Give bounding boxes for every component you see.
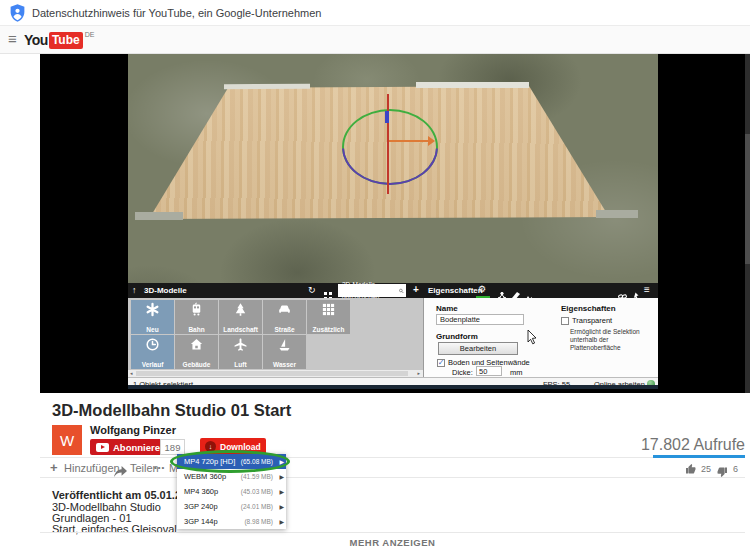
plane-icon — [219, 337, 262, 352]
video-player[interactable]: ↑ 3D-Modelle ↻ 3D-Modelle durchsuchen + … — [40, 54, 745, 393]
sailboat-icon — [263, 337, 306, 352]
download-button[interactable]: ↓ Download — [200, 438, 266, 455]
model-category-tile[interactable]: Straße — [263, 300, 306, 334]
privacy-notice-bar: Datenschutzhinweis für YouTube, ein Goog… — [0, 0, 750, 26]
tile-label: Bahn — [175, 326, 218, 333]
selection-status: 1 Objekt selektiert — [133, 380, 193, 389]
tram-icon — [175, 302, 218, 317]
gizmo-z-handle — [385, 111, 389, 123]
add-to-button[interactable]: Hinzufügen — [64, 462, 120, 474]
house-icon — [175, 337, 218, 352]
video-frame[interactable]: ↑ 3D-Modelle ↻ 3D-Modelle durchsuchen + … — [128, 54, 658, 389]
page-scrollbar[interactable] — [745, 54, 750, 393]
submenu-arrow-icon: ▶ — [279, 458, 284, 465]
clock-icon — [131, 337, 174, 352]
model-category-tile[interactable]: Zusätzlich — [307, 300, 350, 334]
plus-icon[interactable]: + — [50, 460, 58, 475]
transparent-checkbox-row[interactable]: Transparent — [561, 316, 612, 325]
tree-icon — [219, 302, 262, 317]
online-status: Online arbeiten — [594, 380, 645, 389]
thickness-field[interactable] — [476, 366, 502, 376]
grid-icon — [307, 302, 350, 317]
add-tab-button[interactable]: + — [413, 284, 419, 295]
download-icon: ↓ — [205, 441, 216, 452]
download-option[interactable]: 3GP 144p (8.98 MB) ▶ — [177, 514, 286, 529]
model-category-tile[interactable]: Wasser — [263, 335, 306, 369]
tile-label: Straße — [263, 326, 306, 333]
checkbox-unchecked-icon[interactable] — [561, 317, 569, 325]
car-icon — [263, 302, 306, 317]
collapse-panel-icon[interactable]: ↑ — [132, 285, 137, 295]
download-option[interactable]: MP4 360p (45.03 MB) ▶ — [177, 484, 286, 499]
globe-icon — [647, 380, 655, 388]
hamburger-menu-icon[interactable]: ≡ — [8, 30, 17, 47]
app-statusbar: 1 Objekt selektiert FPS: 55 Online arbei… — [128, 377, 658, 389]
youtube-header: ≡ You Tube DE — [0, 26, 750, 54]
youtube-play-icon — [96, 443, 109, 452]
thumbs-down-icon[interactable] — [716, 464, 728, 482]
board-corner-step — [596, 210, 638, 218]
transparent-label: Transparent — [572, 316, 612, 325]
download-option-label: MP4 360p — [184, 487, 218, 496]
board-edge-highlight — [224, 84, 310, 90]
model-category-tile[interactable]: Landschaft — [219, 300, 262, 334]
properties-panel-title: Eigenschaften — [428, 286, 483, 295]
channel-avatar[interactable]: W — [52, 425, 82, 455]
page-scrollbar-thumb[interactable] — [745, 134, 750, 264]
panel-menu-icon[interactable]: ≡ — [644, 284, 650, 295]
tile-label: Verlauf — [131, 361, 174, 368]
model-category-tile[interactable]: Verlauf — [131, 335, 174, 369]
scrollbar-thumb[interactable] — [136, 371, 408, 376]
models-panel-title: 3D-Modelle — [144, 286, 187, 295]
horizontal-scrollbar[interactable]: ◂ ▸ — [128, 370, 423, 377]
download-option-label: 3GP 144p — [184, 517, 218, 526]
refresh-icon[interactable]: ↻ — [308, 285, 316, 295]
youtube-page: Datenschutzhinweis für YouTube, ein Goog… — [0, 0, 750, 552]
model-category-tile[interactable]: Luft — [219, 335, 262, 369]
tile-label: Wasser — [263, 361, 306, 368]
download-button-label: Download — [220, 442, 261, 452]
gizmo-axis-horizontal — [389, 140, 429, 142]
gear-icon[interactable]: ⚙ — [478, 284, 486, 294]
view-count: 17.802 Aufrufe — [500, 436, 745, 454]
privacy-notice-text: Datenschutzhinweis für YouTube, ein Goog… — [32, 0, 321, 26]
submenu-arrow-icon: ▶ — [279, 488, 284, 495]
submenu-arrow-icon: ▶ — [279, 473, 284, 480]
divider — [40, 457, 745, 458]
download-option-label: 3GP 240p — [184, 502, 218, 511]
model-category-tile[interactable]: Bahn — [175, 300, 218, 334]
properties-panel: Name Grundform Bearbeiten ✓ Boden und Se… — [423, 298, 658, 377]
download-option-size: (8.98 MB) — [244, 518, 273, 525]
board-corner-step — [135, 212, 183, 220]
more-ellipsis-icon[interactable]: ••• — [154, 463, 165, 472]
download-option[interactable]: 3GP 240p (24.01 MB) ▶ — [177, 499, 286, 514]
youtube-logo[interactable]: You Tube DE — [24, 31, 94, 49]
download-option[interactable]: WEBM 360p (41.59 MB) ▶ — [177, 469, 286, 484]
model-category-tile[interactable]: Gebäude — [175, 335, 218, 369]
download-option[interactable]: MP4 720p [HD] (65.08 MB) ▶ — [177, 454, 286, 469]
subscribe-label: Abonnieren — [113, 442, 166, 453]
download-option-label: MP4 720p [HD] — [184, 457, 235, 466]
tile-label: Zusätzlich — [307, 326, 350, 333]
scroll-left-icon[interactable]: ◂ — [130, 370, 133, 377]
sentiment-bar — [653, 455, 745, 458]
edit-button[interactable]: Bearbeiten — [438, 342, 518, 355]
asterisk-icon — [131, 302, 174, 317]
board-edge-highlight — [416, 82, 529, 88]
channel-name[interactable]: Wolfgang Pinzer — [90, 424, 176, 436]
subscriber-count: 189 — [160, 439, 185, 455]
model-search-field[interactable]: 3D-Modelle durchsuchen — [338, 284, 406, 297]
download-option-size: (65.08 MB) — [241, 458, 273, 465]
show-more-button[interactable]: MEHR ANZEIGEN — [40, 537, 745, 548]
gizmo-axis-arrowhead — [428, 136, 435, 146]
scroll-right-icon[interactable]: ▸ — [417, 370, 420, 377]
checkbox-checked-icon[interactable]: ✓ — [437, 359, 445, 367]
name-field[interactable] — [436, 314, 524, 325]
mouse-cursor — [527, 329, 538, 345]
tile-label: Luft — [219, 361, 262, 368]
name-label: Name — [436, 304, 458, 313]
share-icon[interactable] — [114, 463, 127, 481]
video-description: 3D-Modellbahn StudioGrundlagen - 01Start… — [52, 502, 177, 535]
model-category-tile[interactable]: Neu — [131, 300, 174, 334]
submenu-arrow-icon: ▶ — [279, 503, 284, 510]
